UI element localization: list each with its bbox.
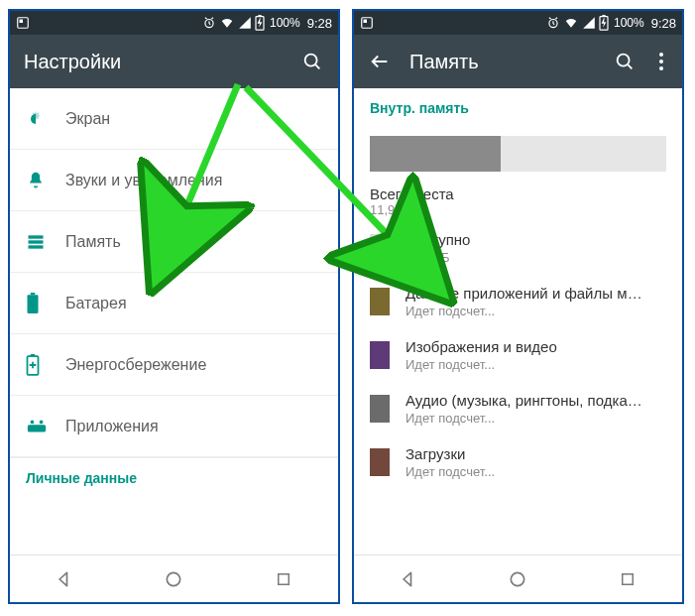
storage-content: Внутр. память Всего места 11,99 ГБ Досту…	[354, 88, 682, 554]
alarm-icon	[546, 16, 560, 30]
bell-icon	[26, 171, 46, 190]
settings-item-label: Экран	[65, 110, 110, 128]
settings-item-sound[interactable]: Звуки и уведомления	[10, 150, 338, 211]
nav-bar	[354, 554, 682, 602]
svg-rect-4	[258, 15, 261, 17]
svg-line-25	[628, 64, 632, 68]
settings-item-storage[interactable]: Память	[10, 211, 338, 273]
nav-back[interactable]	[389, 559, 428, 599]
svg-line-6	[315, 64, 319, 68]
app-bar: Память	[354, 35, 682, 88]
nav-bar	[10, 554, 338, 602]
swatch	[370, 288, 390, 315]
svg-point-26	[659, 53, 663, 57]
svg-point-16	[40, 420, 44, 424]
nav-back[interactable]	[45, 559, 84, 599]
back-icon	[399, 569, 418, 589]
storage-usage-bar	[354, 122, 682, 178]
settings-item-label: Приложения	[65, 418, 159, 435]
nav-home[interactable]	[498, 559, 537, 599]
screenshot-icon	[16, 16, 30, 30]
more-vert-icon	[659, 53, 663, 70]
svg-rect-10	[28, 295, 39, 313]
settings-item-label: Батарея	[65, 295, 127, 312]
storage-row-apps[interactable]: Данные приложений и файлы мул. Идет подс…	[354, 275, 682, 328]
total-label: Всего места	[370, 185, 666, 202]
page-title: Настройки	[24, 51, 283, 73]
storage-row-images[interactable]: Изображения и видео Идет подсчет...	[354, 328, 682, 382]
svg-point-5	[305, 55, 317, 66]
nav-recent[interactable]	[608, 559, 647, 599]
row-sub: Идет подсчет...	[405, 464, 495, 479]
signal-icon	[238, 16, 252, 30]
settings-item-label: Энергосбережение	[65, 356, 206, 374]
svg-point-17	[168, 572, 180, 585]
swatch	[370, 341, 390, 369]
search-button[interactable]	[613, 50, 637, 73]
phone-right: 100% 9:28 Память Внутр. память Всего мес…	[352, 9, 684, 604]
svg-rect-23	[602, 15, 605, 17]
battery-icon	[26, 293, 40, 314]
svg-point-24	[618, 55, 630, 66]
overflow-button[interactable]	[654, 50, 668, 73]
svg-rect-7	[29, 235, 44, 238]
apps-icon	[26, 419, 48, 434]
recent-icon	[619, 570, 637, 588]
row-sub: Идет подсчет...	[405, 411, 643, 426]
row-title: Загрузки	[405, 445, 495, 462]
home-icon	[508, 569, 527, 589]
svg-rect-20	[364, 20, 368, 24]
storage-total[interactable]: Всего места 11,99 ГБ	[354, 178, 682, 221]
search-icon	[301, 51, 323, 72]
search-button[interactable]	[300, 50, 324, 73]
swatch	[370, 448, 390, 476]
display-icon	[26, 109, 46, 129]
svg-rect-30	[623, 573, 634, 584]
row-title: Аудио (музыка, рингтоны, подкаст.	[405, 392, 643, 409]
swatch	[370, 395, 390, 423]
nav-home[interactable]	[154, 559, 193, 599]
svg-rect-1	[20, 20, 24, 24]
wifi-icon	[219, 16, 235, 30]
svg-point-27	[659, 60, 663, 63]
search-icon	[614, 51, 636, 72]
svg-point-15	[31, 420, 35, 424]
battery-saver-icon	[26, 354, 40, 376]
settings-item-apps[interactable]: Приложения	[10, 396, 338, 457]
swatch	[370, 234, 390, 262]
settings-item-display[interactable]: Экран	[10, 88, 338, 150]
section-header-internal: Внутр. память	[354, 88, 682, 122]
battery-charging-icon	[255, 15, 265, 31]
row-sub: Идет подсчет...	[405, 304, 643, 318]
settings-item-battery[interactable]: Батарея	[10, 273, 338, 334]
app-bar: Настройки	[10, 35, 338, 88]
battery-charging-icon	[599, 15, 609, 31]
battery-pct: 100%	[270, 16, 300, 30]
settings-item-label: Память	[65, 233, 121, 251]
row-title: Данные приложений и файлы мул.	[405, 285, 643, 302]
status-bar: 100% 9:28	[354, 11, 682, 35]
row-sub: 6,63 ГБ	[405, 250, 470, 265]
nav-recent[interactable]	[264, 559, 303, 599]
settings-item-powersave[interactable]: Энергосбережение	[10, 334, 338, 396]
status-bar: 100% 9:28	[10, 11, 338, 35]
arrow-left-icon	[369, 51, 391, 72]
settings-item-label: Звуки и уведомления	[65, 172, 222, 189]
svg-rect-9	[29, 245, 44, 248]
section-header-personal: Личные данные	[10, 457, 338, 492]
storage-row-audio[interactable]: Аудио (музыка, рингтоны, подкаст. Идет п…	[354, 382, 682, 435]
page-title: Память	[409, 51, 595, 73]
phone-left: 100% 9:28 Настройки Экран Звуки и уведом…	[8, 9, 340, 604]
svg-rect-14	[28, 425, 46, 431]
signal-icon	[582, 16, 596, 30]
home-icon	[164, 569, 183, 589]
storage-row-downloads[interactable]: Загрузки Идет подсчет...	[354, 435, 682, 489]
row-title: Изображения и видео	[405, 338, 557, 355]
recent-icon	[275, 570, 292, 588]
storage-row-available[interactable]: Доступно 6,63 ГБ	[354, 221, 682, 275]
screenshot-icon	[360, 16, 374, 30]
svg-point-29	[512, 572, 524, 585]
total-value: 11,99 ГБ	[370, 202, 666, 217]
back-button[interactable]	[368, 50, 392, 73]
svg-rect-11	[31, 293, 35, 295]
